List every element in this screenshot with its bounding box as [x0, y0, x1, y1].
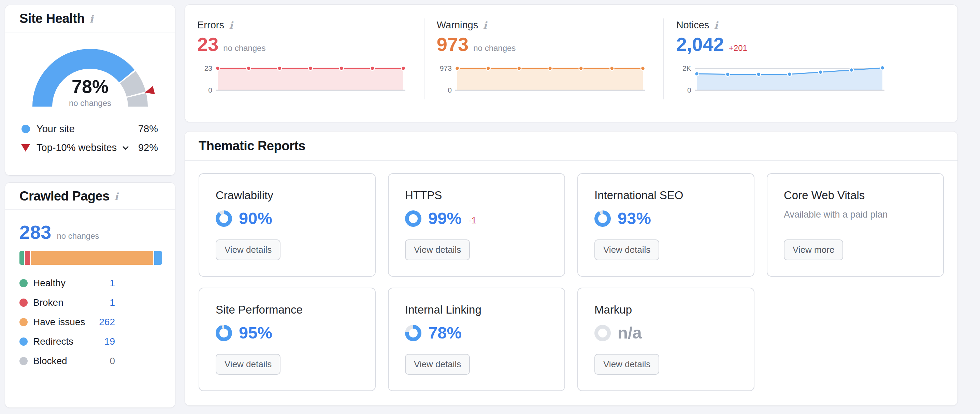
report-card-core-web-vitals: Core Web Vitals Available with a paid pl…: [767, 173, 944, 277]
crawled-pages-title: Crawled Pages: [19, 189, 110, 204]
legend-row-your-site: Your site 78%: [21, 120, 158, 138]
metric-errors: Errors i 23 no changes 23 0: [185, 5, 425, 122]
legend-row-blocked: Blocked 0: [19, 352, 115, 371]
marker-wrap: [21, 125, 30, 133]
broken-count-link[interactable]: 1: [110, 297, 115, 308]
score-ring-icon: [594, 210, 611, 227]
info-icon[interactable]: i: [229, 19, 233, 31]
healthy-count-link[interactable]: 1: [110, 278, 115, 289]
legend-label: Healthy: [33, 278, 65, 289]
have-issues-count-link[interactable]: 262: [99, 316, 115, 328]
view-more-button[interactable]: View more: [784, 240, 843, 260]
report-card-crawlability: Crawlability 90% View details: [199, 173, 376, 277]
site-health-header: Site Health i: [5, 5, 175, 32]
view-details-button[interactable]: View details: [405, 354, 470, 375]
legend-row-top10-websites: Top-10% websites 92%: [21, 138, 158, 157]
view-details-button[interactable]: View details: [216, 354, 280, 375]
notices-sparkline-chart: [694, 64, 885, 94]
y-tick-max: 23: [204, 64, 212, 72]
red-triangle-icon: [21, 144, 30, 152]
score-percent: 90%: [239, 210, 272, 227]
legend-row-redirects: Redirects 19: [19, 332, 115, 352]
score-percent: 95%: [239, 324, 272, 341]
notices-count: 2,042: [676, 35, 724, 54]
metric-warnings: Warnings i 973 no changes 973 0: [425, 5, 664, 122]
view-details-button[interactable]: View details: [405, 240, 470, 260]
site-health-gauge: 78% no changes: [22, 40, 158, 110]
crawled-pages-body: 283 no changes Healthy 1 Broken 1 Have i…: [5, 210, 175, 371]
card-title: Markup: [594, 303, 737, 316]
paid-plan-note: Available with a paid plan: [784, 209, 927, 220]
y-tick-zero: 0: [208, 86, 212, 94]
legend-row-healthy: Healthy 1: [19, 273, 115, 293]
score-ring-icon: [216, 210, 232, 227]
report-card-internal-linking: Internal Linking 78% View details: [388, 288, 565, 391]
crawled-total: 283: [19, 222, 51, 243]
red-dot-icon: [19, 299, 28, 307]
info-icon[interactable]: i: [483, 19, 487, 31]
bar-segment-have-issues: [31, 251, 153, 265]
report-card-international-seo: International SEO 93% View details: [578, 173, 754, 277]
y-tick-zero: 0: [448, 86, 452, 94]
info-icon[interactable]: i: [89, 13, 93, 24]
thematic-reports-header: Thematic Reports: [185, 131, 958, 161]
site-audit-dashboard: { "icons": { "info": "i" }, "site_health…: [0, 0, 980, 414]
info-icon[interactable]: i: [714, 19, 718, 31]
notices-title: Notices: [676, 19, 710, 31]
legend-label: Top-10% websites: [37, 142, 117, 153]
gauge-value: 78%: [22, 77, 158, 96]
redirects-count-link[interactable]: 19: [104, 336, 115, 347]
legend-label: Your site: [37, 123, 75, 134]
green-dot-icon: [19, 279, 28, 287]
score-percent: 99%: [428, 210, 462, 227]
thematic-reports-panel: Thematic Reports Crawlability 90% View d…: [185, 131, 958, 406]
errors-change-label: no changes: [223, 43, 266, 53]
site-health-title: Site Health: [19, 11, 84, 26]
report-card-markup: Markup n/a View details: [578, 288, 754, 391]
score-ring-icon: [405, 210, 422, 227]
score-percent: 93%: [617, 210, 651, 227]
blue-dot-icon: [22, 125, 30, 133]
y-tick-max: 2K: [682, 64, 691, 72]
legend-label: Have issues: [33, 316, 85, 328]
card-title: HTTPS: [405, 189, 548, 202]
card-title: International SEO: [594, 189, 737, 202]
notices-y-axis: 2K 0: [676, 64, 691, 94]
card-title: Site Performance: [216, 303, 359, 316]
site-health-legend: Your site 78% Top-10% websites 92%: [5, 120, 175, 157]
errors-sparkline-chart: [215, 64, 406, 94]
warnings-sparkline-chart: [455, 64, 646, 94]
card-title: Core Web Vitals: [784, 189, 927, 202]
warnings-y-axis: 973 0: [437, 64, 452, 94]
info-icon[interactable]: i: [114, 190, 118, 202]
view-details-button[interactable]: View details: [594, 354, 659, 375]
blue-dot-icon: [19, 337, 28, 346]
crawled-pages-legend: Healthy 1 Broken 1 Have issues 262 Redir…: [19, 273, 115, 371]
issues-overview-panel: Errors i 23 no changes 23 0 Warnings i: [185, 5, 958, 122]
score-ring-icon: [405, 325, 422, 341]
errors-count: 23: [197, 35, 218, 54]
legend-row-have-issues: Have issues 262: [19, 313, 115, 332]
score-na: n/a: [617, 324, 642, 341]
report-card-site-performance: Site Performance 95% View details: [199, 288, 376, 391]
view-details-button[interactable]: View details: [216, 240, 280, 260]
score-percent: 78%: [428, 324, 462, 341]
chevron-down-icon[interactable]: [121, 143, 130, 153]
legend-value: 92%: [138, 142, 158, 153]
legend-label: Redirects: [33, 336, 73, 347]
card-title: Crawlability: [216, 189, 359, 202]
crawled-pages-panel: Crawled Pages i 283 no changes Healthy 1…: [5, 183, 175, 408]
bar-segment-healthy: [19, 251, 24, 265]
metric-notices: Notices i 2,042 +201 2K 0: [664, 5, 958, 122]
view-details-button[interactable]: View details: [594, 240, 659, 260]
y-tick-zero: 0: [687, 86, 691, 94]
gray-dot-icon: [19, 357, 28, 365]
score-ring-icon: [594, 325, 611, 341]
legend-label: Broken: [33, 297, 64, 308]
y-tick-max: 973: [440, 64, 452, 72]
gauge-change-label: no changes: [22, 98, 158, 108]
site-health-panel: Site Health i 78% no changes Your site 7…: [5, 5, 175, 175]
notices-change-label: +201: [729, 43, 747, 53]
blocked-count: 0: [110, 356, 115, 366]
thematic-reports-grid: Crawlability 90% View details HTTPS 99% …: [185, 161, 958, 403]
